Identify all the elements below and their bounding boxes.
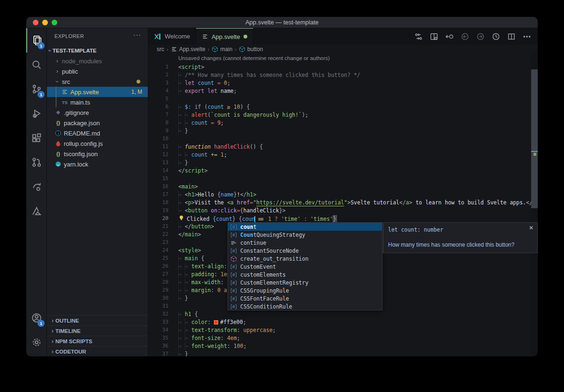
- activity-item-azure[interactable]: [26, 199, 47, 223]
- scrollbar-thumb[interactable]: [531, 69, 538, 208]
- line-number: 23: [148, 239, 178, 245]
- file-row-node-modules[interactable]: ›node_modules: [47, 56, 148, 66]
- suggest-item-cssconditionrule[interactable]: CSSConditionRule: [228, 302, 382, 310]
- suggest-item-cssgroupingrule[interactable]: CSSGroupingRule: [228, 286, 382, 294]
- activity-item-run-debug[interactable]: [26, 101, 47, 126]
- activity-bar-bottom: 1: [26, 306, 47, 354]
- symbol-var-icon: [230, 247, 237, 255]
- file-row-rollup-config-js[interactable]: rollup.config.js: [47, 138, 148, 149]
- file-row--gitignore[interactable]: .gitignore: [47, 107, 148, 118]
- line-number: 14: [148, 167, 178, 173]
- breadcrumb: src›App.svelte›main›button: [148, 45, 538, 53]
- suggest-label: CSSGroupingRule: [240, 287, 289, 294]
- code-line-20: 20Clicked {count} {coun ≡ 1 ? 'time' : '…: [148, 214, 538, 222]
- activity-item-explorer[interactable]: 1: [26, 28, 47, 53]
- activity-item-source-control[interactable]: 1: [26, 77, 47, 101]
- line-number: 12: [148, 151, 178, 158]
- line-number: 32: [148, 311, 178, 317]
- code-editor[interactable]: Unsaved changes (cannot determine recent…: [148, 53, 538, 356]
- breadcrumb-item-src[interactable]: src: [157, 46, 164, 53]
- panel-outline[interactable]: ›OUTLINE: [47, 315, 148, 325]
- file-row-public[interactable]: ›public: [47, 66, 148, 76]
- breadcrumb-label: main: [220, 46, 232, 53]
- chevron-down-icon: ›: [46, 48, 53, 53]
- split-editor-icon[interactable]: [507, 32, 516, 41]
- suggest-item-create_out_transition[interactable]: create_out_transition: [228, 255, 382, 263]
- file-row-package-json[interactable]: {}package.json: [47, 118, 148, 128]
- line-text: → → count += 1;: [178, 151, 538, 158]
- code-line-36: 36→ → font-weight: 100;: [148, 342, 538, 350]
- explorer-more-actions[interactable]: ···: [133, 31, 141, 38]
- activity-item-settings[interactable]: [26, 330, 47, 354]
- lightbulb-icon[interactable]: [178, 215, 185, 222]
- workspace-section-header[interactable]: › TEST-TEMPLATE: [47, 45, 148, 56]
- more-actions-icon[interactable]: [523, 32, 531, 41]
- file-row-yarn-lock[interactable]: yarn.lock: [47, 159, 148, 169]
- sidebar-header: EXPLORER ···: [47, 28, 148, 45]
- activity-item-extensions[interactable]: [26, 126, 47, 150]
- open-changes-icon[interactable]: [414, 32, 423, 41]
- suggest-item-countqueuingstrategy[interactable]: CountQueuingStrategy: [228, 231, 382, 239]
- file-label: rollup.config.js: [64, 140, 103, 147]
- activity-item-live-share[interactable]: [26, 174, 47, 199]
- line-number: 28: [148, 279, 178, 285]
- panel-npm-scripts[interactable]: ›NPM SCRIPTS: [47, 336, 148, 346]
- suggest-item-constantsourcenode[interactable]: ConstantSourceNode: [228, 247, 382, 255]
- line-number: 9: [148, 128, 178, 134]
- gitlens-annotation: Unsaved changes (cannot determine recent…: [178, 55, 330, 61]
- suggest-item-cssfontfacerule[interactable]: CSSFontFaceRule: [228, 294, 382, 302]
- breadcrumb-item-main[interactable]: main: [212, 46, 232, 53]
- suggest-item-continue[interactable]: continue: [228, 239, 382, 247]
- symbol-var-icon: [230, 287, 237, 294]
- breadcrumb-item-button[interactable]: button: [239, 46, 263, 53]
- suggest-label: continue: [240, 240, 266, 246]
- code-line-1: 1<script>: [148, 63, 538, 71]
- close-icon[interactable]: ✕: [529, 225, 534, 231]
- svelte-file-icon: [61, 88, 69, 96]
- open-preview-icon[interactable]: [430, 32, 438, 41]
- suggest-details-panel: let count: number How many times has som…: [383, 222, 538, 253]
- vscode-icon: [154, 33, 161, 40]
- line-text: → }: [178, 351, 538, 357]
- symbol-var-icon: [230, 303, 237, 310]
- git-status-badge: 1, M: [131, 89, 142, 95]
- line-number: 10: [148, 136, 178, 142]
- panel-codetour[interactable]: ›CODETOUR: [47, 346, 148, 356]
- go-back-icon[interactable]: [461, 32, 469, 41]
- breadcrumb-item-app-svelte[interactable]: App.svelte: [171, 46, 206, 53]
- activity-item-search[interactable]: [26, 53, 47, 77]
- explorer-sidebar: EXPLORER ··· › TEST-TEMPLATE ›node_modul…: [47, 28, 148, 356]
- tab-welcome[interactable]: Welcome: [148, 28, 196, 45]
- file-row-app-svelte[interactable]: App.svelte1, M: [47, 87, 148, 97]
- code-lines: 1<script>2→ /** How many times has someo…: [148, 63, 538, 356]
- timeline-history-icon[interactable]: [492, 32, 500, 41]
- line-text: → }: [178, 159, 538, 166]
- braces-file-icon: {}: [54, 150, 62, 158]
- line-number: 18: [148, 199, 178, 205]
- color-swatch[interactable]: [214, 320, 218, 324]
- line-text: → }: [178, 128, 538, 134]
- file-row-readme-md[interactable]: README.md: [47, 128, 148, 138]
- suggest-item-customelements[interactable]: customElements: [228, 271, 382, 279]
- file-row-tsconfig-json[interactable]: {}tsconfig.json: [47, 149, 148, 159]
- suggest-item-count[interactable]: count: [228, 223, 382, 231]
- suggest-label: create_out_transition: [240, 256, 308, 262]
- tab-app-svelte[interactable]: App.svelte: [196, 28, 253, 45]
- previous-change-icon[interactable]: [445, 32, 454, 41]
- activity-item-account[interactable]: 1: [26, 306, 47, 330]
- line-text: Clicked {count} {coun ≡ 1 ? 'time' : 'ti…: [178, 215, 538, 222]
- file-row-main-ts[interactable]: TSmain.ts: [47, 97, 148, 107]
- svelte-icon: [202, 33, 208, 40]
- suggest-item-customelementregistry[interactable]: CustomElementRegistry: [228, 279, 382, 286]
- line-number: 15: [148, 175, 178, 181]
- go-forward-icon[interactable]: [476, 32, 485, 41]
- suggest-item-customevent[interactable]: CustomEvent: [228, 263, 382, 271]
- activity-item-github-pr[interactable]: [26, 150, 47, 174]
- editor-group: WelcomeApp.svelte src›App.svelte›main›bu…: [148, 28, 538, 356]
- code-line-4: 4→ export let name;: [148, 87, 538, 95]
- vertical-scrollbar[interactable]: [531, 53, 538, 356]
- code-line-18: 18→ <p>Visit the <a href="https://svelte…: [148, 198, 538, 206]
- line-number: 16: [148, 183, 178, 189]
- panel-timeline[interactable]: ›TIMELINE: [47, 325, 148, 336]
- file-row-src[interactable]: ›src: [47, 76, 148, 87]
